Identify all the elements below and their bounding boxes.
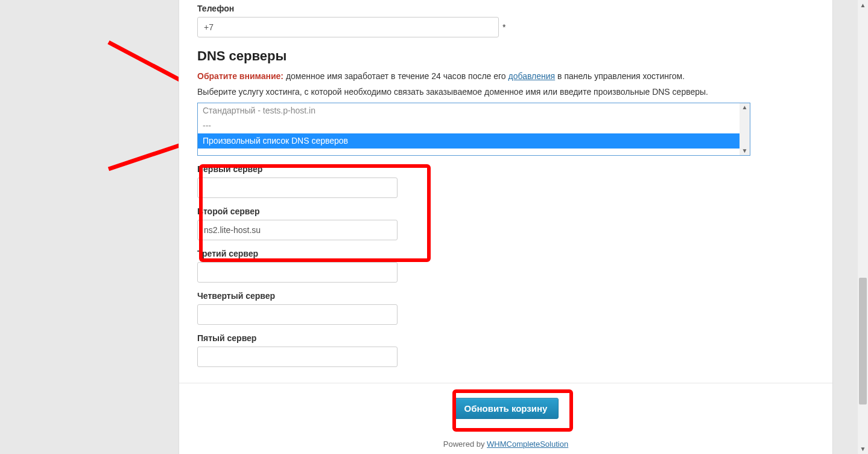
scroll-up-icon[interactable]: ▲ bbox=[742, 103, 748, 112]
scroll-down-icon[interactable]: ▼ bbox=[742, 147, 748, 155]
server4-input[interactable] bbox=[197, 304, 398, 325]
phone-label: Телефон bbox=[197, 4, 814, 13]
server1-label: Первый сервер bbox=[197, 164, 814, 174]
server1-input[interactable] bbox=[197, 177, 398, 198]
footer: Powered by WHMCompleteSolution bbox=[179, 433, 832, 449]
required-asterisk: * bbox=[502, 22, 505, 32]
server2-input[interactable] bbox=[197, 220, 398, 240]
dns-section-title: DNS серверы bbox=[197, 48, 814, 64]
footer-text: Powered by bbox=[443, 440, 487, 449]
dns-notice-lead: Обратите внимание: bbox=[197, 71, 284, 81]
server4-label: Четвертый сервер bbox=[197, 291, 814, 301]
server5-input[interactable] bbox=[197, 347, 398, 367]
dns-option-standard[interactable]: Стандартный - tests.p-host.in bbox=[198, 103, 750, 118]
update-cart-button[interactable]: Обновить корзину bbox=[453, 398, 559, 419]
server5-label: Пятый сервер bbox=[197, 333, 814, 343]
window-scrollbar[interactable]: ▲ ▼ bbox=[858, 0, 868, 454]
server3-label: Третий сервер bbox=[197, 249, 814, 258]
dns-notice: Обратите внимание: доменное имя заработа… bbox=[197, 71, 814, 81]
dns-notice-before: доменное имя заработает в течение 24 час… bbox=[284, 71, 508, 81]
server3-input[interactable] bbox=[197, 262, 398, 283]
scrollbar-up-icon[interactable]: ▲ bbox=[858, 0, 868, 10]
server2-label: Второй сервер bbox=[197, 206, 814, 216]
action-bar: Обновить корзину bbox=[179, 383, 832, 433]
dns-help-text: Выберите услугу хостинга, с которой необ… bbox=[197, 87, 814, 97]
listbox-scrollbar[interactable]: ▲ ▼ bbox=[740, 103, 750, 155]
scrollbar-thumb[interactable] bbox=[859, 278, 867, 404]
footer-link[interactable]: WHMCompleteSolution bbox=[487, 440, 568, 449]
dns-notice-link[interactable]: добавления bbox=[508, 71, 556, 81]
scrollbar-down-icon[interactable]: ▼ bbox=[858, 444, 868, 454]
main-panel: Телефон * DNS серверы Обратите внимание:… bbox=[179, 0, 833, 454]
dns-notice-after: в панель управления хостингом. bbox=[555, 71, 685, 81]
phone-input[interactable] bbox=[197, 17, 499, 37]
dns-option-custom[interactable]: Произвольный список DNS серверов bbox=[198, 133, 750, 149]
dns-option-separator: --- bbox=[198, 118, 750, 133]
dns-select-listbox[interactable]: Стандартный - tests.p-host.in --- Произв… bbox=[197, 103, 750, 156]
